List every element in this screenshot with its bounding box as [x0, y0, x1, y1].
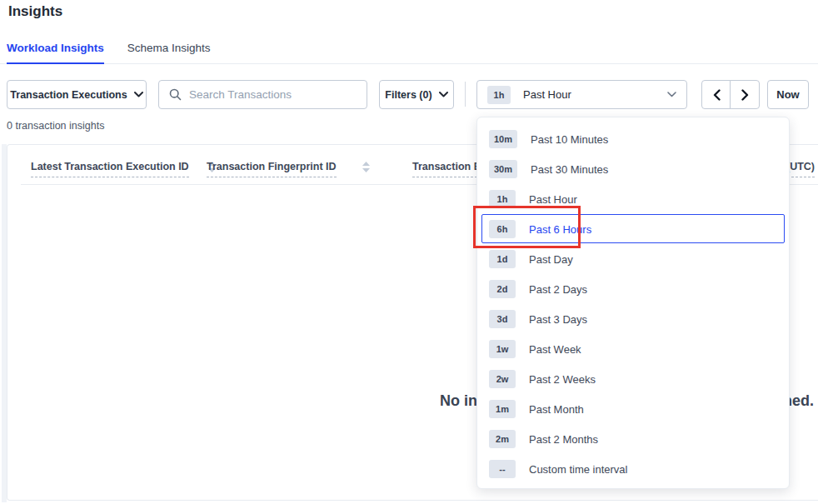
time-option-label: Past Hour	[529, 193, 577, 206]
time-option-badge: 1d	[489, 250, 516, 268]
time-option-1d[interactable]: 1dPast Day	[477, 244, 789, 274]
time-interval-select[interactable]: 1h Past Hour	[476, 80, 687, 109]
time-option-badge: 1m	[489, 400, 516, 418]
table-column-header[interactable]: Transaction Fingerprint ID	[207, 161, 370, 177]
time-option-badge: --	[489, 460, 516, 478]
insights-page: Insights Workload Insights Schema Insigh…	[0, 0, 818, 504]
column-header-label: Transaction Fingerprint ID	[207, 161, 337, 177]
toolbar-divider	[465, 82, 466, 107]
search-icon	[169, 88, 182, 101]
chevron-right-icon	[741, 89, 749, 101]
tab-bar: Workload Insights Schema Insights	[0, 33, 818, 64]
sort-icon	[362, 162, 370, 172]
time-option-[interactable]: --Custom time interval	[477, 454, 789, 484]
time-next-button[interactable]	[730, 80, 760, 109]
time-option-2m[interactable]: 2mPast 2 Months	[477, 424, 789, 454]
time-option-10m[interactable]: 10mPast 10 Minutes	[477, 124, 789, 154]
time-option-label: Past 30 Minutes	[531, 163, 608, 176]
time-option-badge: 3d	[489, 310, 516, 328]
now-label: Now	[776, 88, 799, 101]
time-option-30m[interactable]: 30mPast 30 Minutes	[477, 154, 789, 184]
empty-state-text-fragment: No in	[440, 392, 477, 410]
tab-label: Schema Insights	[127, 42, 211, 54]
time-option-badge: 30m	[489, 160, 517, 178]
view-type-select[interactable]: Transaction Executions	[7, 80, 147, 109]
time-option-label: Past 6 Hours	[529, 223, 591, 236]
tab-workload-insights[interactable]: Workload Insights	[7, 33, 104, 64]
chevron-down-icon	[667, 92, 676, 97]
filters-button[interactable]: Filters (0)	[379, 80, 454, 109]
time-option-6h[interactable]: 6hPast 6 Hours	[477, 214, 789, 244]
time-option-3d[interactable]: 3dPast 3 Days	[477, 304, 789, 334]
view-type-label: Transaction Executions	[10, 89, 127, 101]
time-option-label: Past 10 Minutes	[531, 133, 608, 146]
time-option-2w[interactable]: 2wPast 2 Weeks	[477, 364, 789, 394]
time-option-badge: 10m	[489, 130, 517, 148]
time-option-label: Past Day	[529, 253, 573, 266]
time-interval-badge: 1h	[487, 86, 511, 104]
time-option-1h[interactable]: 1hPast Hour	[477, 184, 789, 214]
chevron-left-icon	[713, 89, 721, 101]
time-interval-label: Past Hour	[523, 88, 571, 101]
search-input[interactable]	[189, 88, 367, 101]
time-option-label: Past 2 Months	[529, 433, 598, 446]
time-option-label: Past Week	[529, 343, 581, 356]
time-interval-dropdown: 10mPast 10 Minutes30mPast 30 Minutes1hPa…	[476, 117, 790, 489]
time-option-2d[interactable]: 2dPast 2 Days	[477, 274, 789, 304]
time-option-1m[interactable]: 1mPast Month	[477, 394, 789, 424]
time-option-label: Custom time interval	[529, 463, 627, 476]
tab-schema-insights[interactable]: Schema Insights	[127, 33, 211, 64]
time-option-label: Past 2 Weeks	[529, 373, 596, 386]
tab-label: Workload Insights	[7, 42, 104, 54]
time-prev-button[interactable]	[701, 80, 731, 109]
insights-count: 0 transaction insights	[7, 120, 104, 132]
time-option-badge: 2w	[489, 370, 516, 388]
table-column-header[interactable]: Latest Transaction Execution ID	[31, 161, 216, 177]
time-option-badge: 6h	[489, 220, 516, 238]
chevron-down-icon	[134, 92, 143, 97]
now-button[interactable]: Now	[767, 80, 809, 109]
time-option-label: Past Month	[529, 403, 584, 416]
time-option-badge: 2d	[489, 280, 516, 298]
time-option-badge: 2m	[489, 430, 516, 448]
search-transactions-box	[158, 80, 367, 109]
time-option-label: Past 3 Days	[529, 313, 587, 326]
time-option-label: Past 2 Days	[529, 283, 587, 296]
column-header-label: Latest Transaction Execution ID	[31, 161, 189, 177]
chevron-down-icon	[439, 92, 448, 97]
filters-label: Filters (0)	[385, 89, 431, 101]
time-option-badge: 1w	[489, 340, 516, 358]
time-option-1w[interactable]: 1wPast Week	[477, 334, 789, 364]
time-option-badge: 1h	[489, 190, 516, 208]
page-title: Insights	[8, 3, 62, 20]
